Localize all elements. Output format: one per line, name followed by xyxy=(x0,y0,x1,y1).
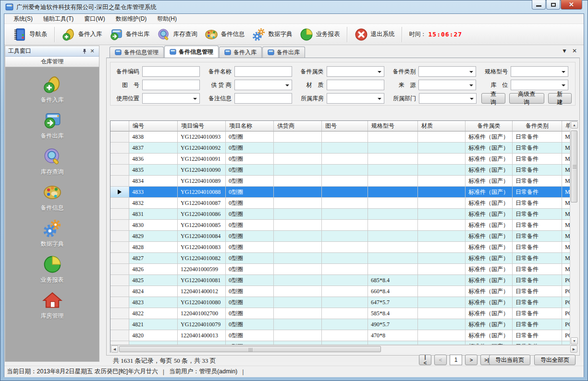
query-button[interactable]: 查询 xyxy=(481,93,505,104)
menu-item-2[interactable]: 窗口(W) xyxy=(79,14,110,24)
horizontal-scrollbar[interactable]: ◀ ▶ xyxy=(110,345,578,353)
scroll-up-icon[interactable]: ▲ xyxy=(571,121,578,129)
combo-来源[interactable] xyxy=(418,80,476,90)
row-selector[interactable] xyxy=(110,264,129,275)
pin-icon[interactable] xyxy=(81,48,88,55)
table-row[interactable]: 4827YG122040100820型圈标准件（国产）日常备件M xyxy=(110,253,570,264)
row-selector[interactable] xyxy=(110,308,129,319)
maximize-button[interactable] xyxy=(546,0,560,10)
column-header-2[interactable]: 项目名称 xyxy=(226,121,274,131)
tab-close-icon[interactable]: ✕ xyxy=(572,48,577,54)
table-row[interactable]: 4823YG122040100800型圈647*5.7标准件（国产）日常备件PC xyxy=(110,297,570,308)
first-page-button[interactable]: |< xyxy=(419,355,431,365)
row-selector[interactable] xyxy=(110,242,129,253)
column-header-5[interactable]: 规格型号 xyxy=(368,121,418,131)
toolbar-button-spare-out[interactable]: 备件出库 xyxy=(106,26,153,43)
row-selector[interactable] xyxy=(110,187,129,198)
table-row-partial[interactable]: 0型圈标准件（国产）日常备件 xyxy=(110,341,570,345)
sidebar-item-spare-info[interactable]: 备件信息 xyxy=(36,181,69,213)
table-row[interactable]: 482012204014000130型圈470*8标准件（国产）日常备件PC xyxy=(110,330,570,341)
sidebar-group-header[interactable]: 仓库管理 xyxy=(5,57,99,67)
table-row[interactable]: 4833YG122040100880型圈标准件（国产）日常备件M xyxy=(110,187,570,198)
table-row[interactable]: 4835YG122040100900型圈标准件（国产）日常备件M xyxy=(110,165,570,176)
table-row[interactable]: 482412204014000120型圈660*8.4标准件（国产）日常备件PC xyxy=(110,286,570,297)
row-selector[interactable] xyxy=(110,198,129,209)
toolbar-button-spare-in[interactable]: 备件入库 xyxy=(58,26,106,43)
menu-item-1[interactable]: 辅助工具(T) xyxy=(38,14,79,24)
menu-item-0[interactable]: 系统(S) xyxy=(8,14,38,24)
table-row[interactable]: 4838YG122040100930型圈标准件（国产）日常备件M xyxy=(110,131,570,143)
column-header-0[interactable]: 编号 xyxy=(129,121,178,131)
row-selector[interactable] xyxy=(110,286,129,297)
column-header-7[interactable]: 备件属类 xyxy=(466,121,513,131)
vertical-scrollbar[interactable]: ▲ ▼ xyxy=(570,121,578,345)
tab-3[interactable]: 备件出库 xyxy=(262,47,305,58)
combo-库位[interactable] xyxy=(511,80,568,90)
row-selector[interactable] xyxy=(110,231,129,242)
tab-list-dropdown-icon[interactable]: ▼ xyxy=(562,48,567,54)
export-current-page-button[interactable]: 导出当前页 xyxy=(489,355,530,365)
prev-page-button[interactable]: < xyxy=(434,355,447,365)
table-row[interactable]: 482612204010005990型圈标准件（国产）日常备件M xyxy=(110,264,570,275)
row-selector[interactable] xyxy=(110,330,129,341)
column-header-9[interactable]: 单位 xyxy=(562,121,570,131)
sidebar-item-inventory-query[interactable]: 库存查询 xyxy=(36,145,69,177)
row-selector[interactable] xyxy=(110,209,129,220)
combo-所属部门[interactable] xyxy=(419,93,477,104)
row-selector[interactable] xyxy=(110,154,129,165)
column-header-1[interactable]: 项目编号 xyxy=(178,121,226,131)
toolbar-button-spare-info[interactable]: 备件信息 xyxy=(201,26,248,43)
combo-供货商[interactable] xyxy=(234,80,292,90)
page-number-input[interactable]: 1 xyxy=(450,355,462,365)
tab-1-active[interactable]: 备件信息管理 xyxy=(164,46,219,58)
field-input[interactable] xyxy=(143,80,199,90)
toolbar-button-navbar[interactable]: 导航条 xyxy=(9,26,51,43)
new-button[interactable]: 新建 xyxy=(548,93,572,104)
row-selector[interactable] xyxy=(110,341,129,345)
column-header-8[interactable]: 备件类别 xyxy=(513,121,562,131)
column-header-6[interactable]: 材质 xyxy=(418,121,466,131)
toolbar-button-exit[interactable]: 退出系统 xyxy=(351,26,398,43)
table-row[interactable]: 4829YG122040100840型圈标准件（国产）日常备件M xyxy=(110,231,570,242)
table-row[interactable]: 4831YG122040100860型圈标准件（国产）日常备件M xyxy=(110,209,570,220)
field-input[interactable] xyxy=(143,67,199,76)
field-input[interactable] xyxy=(235,94,292,103)
advanced-query-button[interactable]: 高级查询 xyxy=(509,93,544,104)
column-header-3[interactable]: 供货商 xyxy=(274,121,322,131)
column-header-4[interactable]: 图号 xyxy=(322,121,368,131)
scroll-right-icon[interactable]: ▶ xyxy=(570,345,577,353)
horizontal-scroll-thumb[interactable] xyxy=(119,346,381,352)
next-page-button[interactable]: > xyxy=(465,355,478,365)
export-all-pages-button[interactable]: 导出全部页 xyxy=(534,355,576,365)
field-input[interactable] xyxy=(235,67,292,76)
tool-window-close-icon[interactable]: ✕ xyxy=(88,48,96,55)
tab-2[interactable]: 备件入库 xyxy=(219,47,262,58)
row-selector[interactable] xyxy=(110,275,129,286)
row-selector[interactable] xyxy=(110,253,129,264)
table-row[interactable]: 4836YG122040100910型圈标准件（国产）日常备件M xyxy=(110,154,570,165)
sidebar-item-report[interactable]: 业务报表 xyxy=(36,253,69,285)
table-row[interactable]: 4830YG122040100850型圈标准件（国产）日常备件M xyxy=(110,220,570,231)
scroll-left-icon[interactable]: ◀ xyxy=(111,345,118,353)
toolbar-button-report[interactable]: 业务报表 xyxy=(296,26,343,43)
menu-item-4[interactable]: 帮助(H) xyxy=(152,14,182,24)
row-selector[interactable] xyxy=(110,131,129,143)
tab-0[interactable]: 备件信息管理 xyxy=(110,47,164,58)
sidebar-item-data-dict[interactable]: 数据字典 xyxy=(36,217,69,249)
sidebar-item-spare-in[interactable]: 备件入库 xyxy=(36,73,69,105)
table-row[interactable]: 4834YG122040100890型圈标准件（国产）日常备件M xyxy=(110,176,570,187)
scroll-down-icon[interactable]: ▼ xyxy=(571,337,578,345)
toolbar-button-data-dict[interactable]: 数据字典 xyxy=(248,26,296,43)
minimize-button[interactable] xyxy=(532,0,546,10)
close-button[interactable]: ✕ xyxy=(561,0,582,10)
row-selector[interactable] xyxy=(110,165,129,176)
menu-item-3[interactable]: 数据维护(D) xyxy=(110,14,152,24)
field-input[interactable] xyxy=(327,80,384,90)
toolbar-button-inventory-query[interactable]: 库存查询 xyxy=(153,26,201,43)
vertical-scroll-thumb[interactable] xyxy=(571,131,577,202)
row-selector[interactable] xyxy=(110,176,129,187)
splitter[interactable] xyxy=(99,46,106,362)
combo-规格型号[interactable] xyxy=(511,66,568,77)
table-row[interactable]: 4825YG122040100810型圈685*8.4标准件（国产）日常备件PC xyxy=(110,275,570,286)
combo-使用位置[interactable] xyxy=(142,93,200,104)
